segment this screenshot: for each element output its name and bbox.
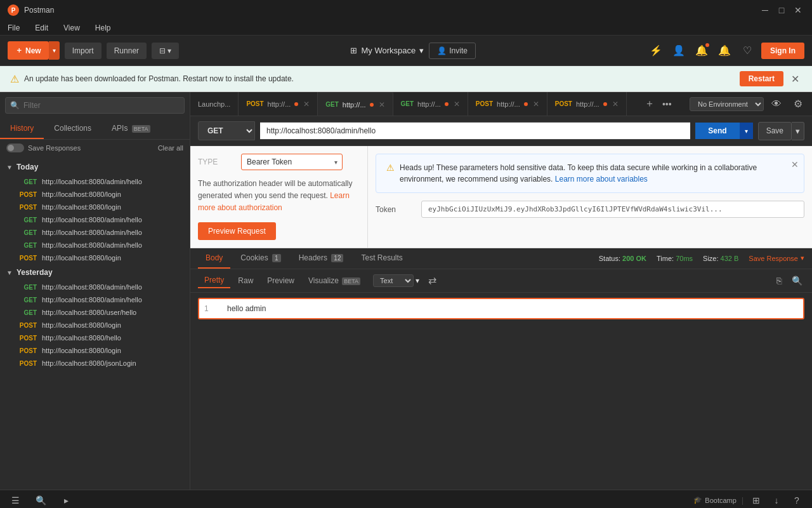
- resp-view-raw[interactable]: Raw: [232, 274, 259, 288]
- banner-close-button[interactable]: ✕: [789, 73, 802, 85]
- yesterday-section-header[interactable]: ▼ Yesterday: [0, 264, 190, 281]
- sidebar-tab-history[interactable]: History: [0, 119, 44, 139]
- save-response-button[interactable]: Save Response ▾: [749, 254, 804, 262]
- user-icon-button[interactable]: 👤: [670, 42, 688, 60]
- restart-button[interactable]: Restart: [740, 71, 783, 86]
- list-item[interactable]: GET http://localhost:8080/admin/hello: [0, 293, 190, 306]
- radar-icon-button[interactable]: ⚡: [647, 42, 665, 60]
- resp-format-selector[interactable]: Text JSON HTML: [373, 274, 414, 287]
- new-button-arrow[interactable]: ▾: [49, 41, 60, 60]
- auth-info-box: ⚠ Heads up! These parameters hold sensit…: [376, 154, 804, 193]
- heart-button[interactable]: ♡: [738, 42, 756, 60]
- auth-type-selector[interactable]: Bearer Token No Auth Basic Auth API Key: [241, 154, 343, 170]
- tab-post-3[interactable]: POST http://... ✕: [547, 92, 627, 116]
- tab-close-button[interactable]: ✕: [379, 100, 385, 109]
- list-item[interactable]: POST http://localhost:8080/login: [0, 251, 190, 264]
- clear-all-button[interactable]: Clear all: [158, 144, 183, 152]
- runner-button[interactable]: Runner: [107, 43, 147, 59]
- auth-learn-more-link[interactable]: Learn more about authorization: [198, 191, 350, 212]
- settings-icon-button[interactable]: ⚙: [789, 95, 807, 113]
- tab-get-active[interactable]: GET http://... ✕: [318, 92, 393, 116]
- notifications-button[interactable]: 🔔: [693, 42, 710, 60]
- add-tab-button[interactable]: ＋: [642, 97, 657, 112]
- new-button[interactable]: ＋ New: [8, 41, 49, 60]
- tab-close-button[interactable]: ✕: [612, 100, 619, 109]
- tab-post-2[interactable]: POST http://... ✕: [468, 92, 547, 116]
- tab-url: http://...: [576, 100, 599, 108]
- tab-post-1[interactable]: POST http://... ✕: [239, 92, 318, 116]
- info-close-button[interactable]: ✕: [791, 159, 799, 170]
- resp-view-pretty[interactable]: Pretty: [198, 273, 230, 288]
- capture-button[interactable]: ⊟ ▾: [152, 43, 179, 59]
- search-button[interactable]: 🔍: [33, 493, 48, 508]
- console-button[interactable]: ▸: [58, 493, 74, 508]
- filter-input[interactable]: [5, 97, 185, 114]
- list-item[interactable]: GET http://localhost:8080/admin/hello: [0, 175, 190, 188]
- list-item[interactable]: POST http://localhost:8080/login: [0, 201, 190, 213]
- menu-file[interactable]: File: [5, 22, 22, 34]
- environment-selector[interactable]: No Environment: [690, 97, 764, 111]
- maximize-button[interactable]: □: [775, 4, 788, 17]
- workspace-chevron: ▾: [419, 46, 424, 55]
- token-input[interactable]: [421, 201, 804, 218]
- variables-learn-more-link[interactable]: Learn more about variables: [555, 175, 648, 184]
- status-value: 200 OK: [622, 255, 646, 262]
- invite-button[interactable]: 👤 Invite: [429, 43, 476, 59]
- close-button[interactable]: ✕: [792, 4, 804, 17]
- save-button[interactable]: Save: [758, 122, 792, 140]
- today-section-header[interactable]: ▼ Today: [0, 159, 190, 175]
- format-arrow-icon: ▾: [416, 276, 419, 285]
- list-item[interactable]: POST http://localhost:8080/login: [0, 344, 190, 357]
- menu-help[interactable]: Help: [93, 22, 114, 34]
- list-item[interactable]: POST http://localhost:8080/login: [0, 188, 190, 201]
- response-tab-test-results[interactable]: Test Results: [353, 248, 410, 269]
- tab-close-button[interactable]: ✕: [303, 100, 310, 109]
- sign-in-button[interactable]: Sign In: [761, 43, 804, 59]
- menu-edit[interactable]: Edit: [32, 22, 51, 34]
- method-selector[interactable]: GET POST PUT DELETE: [198, 121, 255, 140]
- wrap-lines-button[interactable]: ⇄: [423, 272, 441, 290]
- tab-close-button[interactable]: ✕: [454, 100, 460, 109]
- list-item[interactable]: GET http://localhost:8080/admin/hello: [0, 239, 190, 251]
- menu-view[interactable]: View: [61, 22, 82, 34]
- sidebar-toggle-button[interactable]: ☰: [8, 493, 23, 508]
- list-item[interactable]: POST http://localhost:8080/hello: [0, 331, 190, 344]
- workspace-icon: ⊞: [350, 46, 357, 55]
- resp-view-preview[interactable]: Preview: [261, 274, 301, 288]
- more-tabs-button[interactable]: •••: [660, 98, 674, 110]
- send-arrow-button[interactable]: ▾: [740, 123, 753, 139]
- workspace-button[interactable]: ⊞ My Workspace ▾: [350, 46, 424, 55]
- app-name: Postman: [24, 6, 54, 15]
- list-item[interactable]: POST http://localhost:8080/login: [0, 319, 190, 331]
- tab-launchpad[interactable]: Launchp...: [190, 92, 239, 116]
- minimize-button[interactable]: ─: [759, 4, 771, 17]
- line-number: 1: [204, 304, 217, 313]
- copy-response-button[interactable]: ⎘: [771, 273, 787, 288]
- preview-request-button[interactable]: Preview Request: [198, 222, 276, 240]
- response-tab-cookies[interactable]: Cookies 1: [233, 248, 288, 269]
- list-item[interactable]: GET http://localhost:8080/admin/hello: [0, 281, 190, 293]
- sidebar-tab-collections[interactable]: Collections: [44, 119, 102, 139]
- url-input[interactable]: [260, 122, 690, 140]
- send-button[interactable]: Send: [695, 123, 739, 139]
- save-arrow-button[interactable]: ▾: [792, 122, 804, 140]
- response-tab-headers[interactable]: Headers 12: [291, 248, 351, 269]
- alerts-button[interactable]: 🔔: [716, 42, 733, 60]
- save-responses-toggle[interactable]: [6, 144, 24, 152]
- response-tab-body[interactable]: Body: [198, 248, 230, 269]
- search-response-button[interactable]: 🔍: [789, 273, 804, 288]
- eye-icon-button[interactable]: 👁: [768, 95, 785, 113]
- bootcamp-button[interactable]: 🎓 Bootcamp: [693, 496, 737, 504]
- help-button[interactable]: ?: [789, 493, 804, 508]
- layout-button[interactable]: ⊞: [749, 493, 764, 508]
- import-button[interactable]: Import: [65, 43, 102, 59]
- list-item[interactable]: GET http://localhost:8080/admin/hello: [0, 226, 190, 239]
- download-button[interactable]: ↓: [769, 493, 784, 508]
- list-item[interactable]: POST http://localhost:8080/jsonLogin: [0, 357, 190, 370]
- tab-get-2[interactable]: GET http://... ✕: [393, 92, 468, 116]
- sidebar-tab-apis[interactable]: APIs BETA: [102, 119, 160, 139]
- tab-close-button[interactable]: ✕: [533, 100, 539, 109]
- resp-view-visualize[interactable]: Visualize BETA: [302, 274, 367, 288]
- list-item[interactable]: GET http://localhost:8080/admin/hello: [0, 213, 190, 226]
- list-item[interactable]: GET http://localhost:8080/user/hello: [0, 306, 190, 319]
